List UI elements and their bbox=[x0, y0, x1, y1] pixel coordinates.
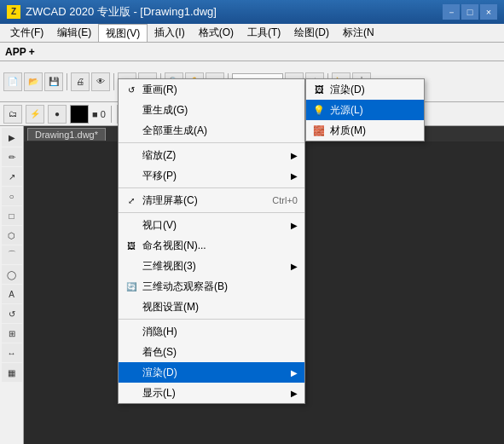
toolbar-new[interactable]: 📄 bbox=[3, 72, 22, 91]
toolbar2-sep2 bbox=[163, 106, 164, 123]
toolbar-sep5 bbox=[327, 73, 328, 90]
toolbar-redo[interactable]: ↪ bbox=[138, 72, 157, 91]
toolbar-zoom[interactable]: 🔍 bbox=[165, 72, 183, 91]
toolbar2-btn3[interactable]: ● bbox=[48, 105, 67, 124]
drawing-tab[interactable]: Drawing1.dwg* bbox=[27, 128, 106, 141]
left-polygon-tool[interactable]: ⬡ bbox=[2, 226, 22, 245]
main-area: ▶ ✏ ↗ ○ □ ⬡ ⌒ ◯ A ↺ ⊞ ↔ ▦ Drawing1.dwg* bbox=[0, 126, 504, 444]
window-controls: － □ × bbox=[443, 4, 497, 20]
layer-combo-label: 📋 bbox=[169, 108, 181, 119]
toolbar2-sep3 bbox=[292, 106, 293, 123]
left-arrow-tool[interactable]: ↗ bbox=[2, 167, 22, 186]
menu-file[interactable]: 文件(F) bbox=[3, 24, 50, 42]
left-circle-tool[interactable]: ○ bbox=[2, 187, 22, 205]
left-rotate-tool[interactable]: ↺ bbox=[2, 304, 22, 323]
drawing-canvas[interactable] bbox=[24, 141, 504, 444]
toolbar-sep1 bbox=[67, 73, 67, 90]
toolbar2-btn2[interactable]: ⚡ bbox=[26, 105, 44, 124]
left-draw-tool[interactable]: ✏ bbox=[2, 147, 22, 166]
toolbar-sep2 bbox=[113, 73, 114, 90]
toolbar-sep3 bbox=[160, 73, 161, 90]
toolbar2-layer-label: ■ 0 bbox=[92, 109, 106, 119]
app-icon: Z bbox=[7, 5, 20, 19]
left-arc-tool[interactable]: ⌒ bbox=[2, 245, 22, 264]
toolbar-ortho[interactable]: ┤ bbox=[352, 72, 371, 91]
menu-tools[interactable]: 工具(T) bbox=[240, 24, 287, 42]
toolbar-undo[interactable]: ↩ bbox=[118, 72, 136, 91]
canvas-area[interactable]: Drawing1.dwg* bbox=[24, 126, 504, 444]
toolbar-preview[interactable]: 👁 bbox=[91, 72, 110, 91]
toolbar-row2: 🗂 ⚡ ● ■ 0 🔍 🔎 📋 随层 bbox=[0, 102, 504, 126]
menu-annotate[interactable]: 标注(N bbox=[336, 24, 381, 42]
toolbar2-color-swatch[interactable] bbox=[70, 105, 89, 124]
left-hatch-tool[interactable]: ▦ bbox=[2, 363, 22, 382]
toolbar-print[interactable]: 🖨 bbox=[71, 72, 90, 91]
toolbar-sep4 bbox=[228, 73, 229, 90]
left-dim-tool[interactable]: ↔ bbox=[2, 343, 22, 362]
menu-edit[interactable]: 编辑(E) bbox=[50, 24, 98, 42]
left-rect-tool[interactable]: □ bbox=[2, 206, 22, 225]
toolbar2-btn1[interactable]: 🗂 bbox=[3, 105, 22, 124]
layer-dropdown[interactable]: 随层 bbox=[184, 106, 287, 123]
toolbar2-search[interactable]: 🔍 bbox=[117, 105, 136, 124]
canvas-tab: Drawing1.dwg* bbox=[24, 126, 504, 141]
left-select-tool[interactable]: ▶ bbox=[2, 128, 22, 147]
toolbar-save[interactable]: 💾 bbox=[44, 72, 63, 91]
title-text: ZWCAD 2020 专业版 - [Drawing1.dwg] bbox=[26, 4, 217, 20]
crosshair-vertical bbox=[206, 295, 207, 320]
left-array-tool[interactable]: ⊞ bbox=[2, 324, 22, 343]
menu-draw[interactable]: 绘图(D) bbox=[287, 24, 336, 42]
left-text-tool[interactable]: A bbox=[2, 285, 22, 303]
layer-selector[interactable]: 0 bbox=[232, 73, 283, 90]
menu-format[interactable]: 格式(O) bbox=[192, 24, 240, 42]
toolbar-snap[interactable]: 📐 bbox=[332, 72, 350, 91]
menu-insert[interactable]: 插入(I) bbox=[148, 24, 191, 42]
title-bar: Z ZWCAD 2020 专业版 - [Drawing1.dwg] － □ × bbox=[0, 0, 504, 24]
menu-view[interactable]: 视图(V) bbox=[98, 24, 148, 42]
toolbar2-zoom2[interactable]: 🔎 bbox=[139, 105, 158, 124]
toolbar-row1: 📄 📂 💾 🖨 👁 ↩ ↪ 🔍 ✋ ⊞ 0 🗂 ⚙ 📐 ┤ bbox=[0, 61, 504, 102]
toolbar-extent[interactable]: ⊞ bbox=[206, 72, 224, 91]
toolbar-layer-mgr[interactable]: 🗂 bbox=[285, 72, 304, 91]
left-toolbar: ▶ ✏ ↗ ○ □ ⬡ ⌒ ◯ A ↺ ⊞ ↔ ▦ bbox=[0, 126, 24, 444]
minimize-button[interactable]: － bbox=[443, 4, 460, 20]
toolbar2-sep1 bbox=[111, 106, 112, 123]
maximize-button[interactable]: □ bbox=[461, 4, 478, 20]
toolbar-open[interactable]: 📂 bbox=[24, 72, 43, 91]
toolbar-settings[interactable]: ⚙ bbox=[305, 72, 324, 91]
toolbar-pan[interactable]: ✋ bbox=[185, 72, 204, 91]
app-plus-label: APP + bbox=[5, 46, 35, 58]
menu-bar: 文件(F) 编辑(E) 视图(V) 插入(I) 格式(O) 工具(T) 绘图(D… bbox=[0, 24, 504, 43]
close-button[interactable]: × bbox=[480, 4, 497, 20]
app-plus-bar: APP + bbox=[0, 43, 504, 61]
left-ellipse-tool[interactable]: ◯ bbox=[2, 265, 22, 284]
